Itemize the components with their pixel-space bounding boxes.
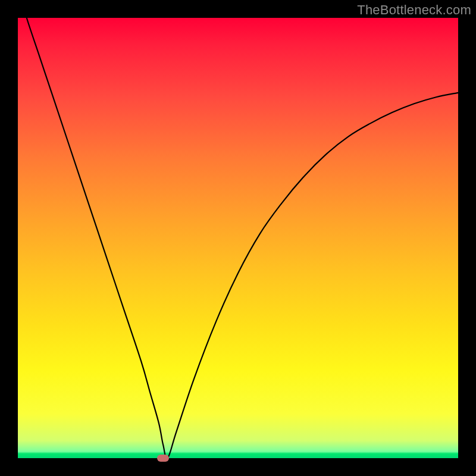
minimum-marker [157, 455, 169, 462]
plot-area [18, 18, 458, 458]
bottleneck-curve [18, 18, 458, 458]
curve-path [18, 0, 458, 459]
chart-frame: TheBottleneck.com [0, 0, 476, 476]
watermark-text: TheBottleneck.com [357, 2, 471, 18]
